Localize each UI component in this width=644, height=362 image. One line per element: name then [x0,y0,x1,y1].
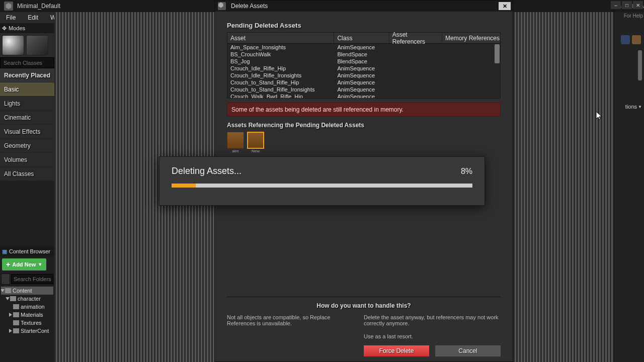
scrollbar-thumb[interactable] [638,50,642,80]
filter-icon[interactable] [1,274,10,285]
cell-asset: Aim_Space_Ironsights [227,44,334,51]
folder-label: animation [21,304,45,310]
help-hint: For Help [624,13,643,19]
pending-deleted-title: Pending Deleted Assets [227,22,501,29]
folder-startercontent[interactable]: StarterCont [1,327,53,335]
thumb-label: aim [227,149,244,153]
chevron-down-icon: ▼ [638,105,642,109]
add-new-button[interactable]: + Add New ▼ [2,258,46,270]
cell-asset: BS_CrouchWalk [227,51,334,58]
cell-memrefs [442,79,500,86]
thumb-label: New [247,149,264,153]
cell-class: AnimSequence [334,79,389,86]
replace-unavailable-text: Not all objects are compatible, so Repla… [227,314,354,356]
dialog-titlebar[interactable]: Delete Assets ✕ [215,1,513,12]
progress-bar [172,184,472,188]
dialog-close-button[interactable]: ✕ [499,2,511,10]
cat-recently-placed[interactable]: Recently Placed [0,68,54,82]
asset-thumbnail[interactable] [247,132,264,149]
folder-icon [13,320,19,325]
col-asset[interactable]: Asset [227,33,334,43]
col-memory-references[interactable]: Memory References [442,33,500,43]
scrollbar-thumb[interactable] [495,44,500,63]
force-delete-button[interactable]: Force Delete [364,345,429,356]
chevron-right-icon [9,313,12,317]
plus-icon: + [6,260,10,268]
modes-toolbar [0,33,54,57]
folder-materials[interactable]: Materials [1,311,53,319]
cell-class: AnimSequence [334,86,389,93]
folder-icon [13,312,19,317]
close-button[interactable]: ✕ [633,1,643,9]
search-classes-input[interactable] [0,57,54,68]
cat-lights[interactable]: Lights [0,97,54,111]
content-browser-panel: ▦Content Browser + Add New ▼ Content cha… [0,246,54,362]
content-browser-header[interactable]: ▦Content Browser [0,246,54,256]
cell-refs [389,72,442,79]
cat-cinematic[interactable]: Cinematic [0,111,54,125]
cat-geometry[interactable]: Geometry [0,139,54,153]
cell-class: BlendSpace [334,58,389,65]
handle-question: How do you want to handle this? [227,302,501,309]
folder-label: Materials [21,312,43,318]
pending-assets-table: Asset Class Asset Referencers Memory Ref… [227,32,501,99]
tool-icon[interactable] [621,35,630,44]
cell-asset: Crouch_Idle_Rifle_Ironsights [227,72,334,79]
cell-refs [389,93,442,98]
cell-asset: Crouch_to_Stand_Rifle_Ironsights [227,86,334,93]
referencing-thumbnails: aim New [227,132,501,153]
options-dropdown[interactable]: tions▼ [625,104,642,110]
maximize-button[interactable]: □ [622,1,632,9]
table-row[interactable]: Crouch_to_Stand_Rifle_IronsightsAnimSequ… [227,86,500,93]
cell-memrefs [442,86,500,93]
modes-label: Modes [9,25,25,31]
right-panel: rial_3dMotive – □ ✕ For Help tions▼ [614,0,644,362]
cat-all-classes[interactable]: All Classes [0,167,54,181]
force-delete-explain: Delete the asset anyway, but referencers… [364,314,501,326]
dialog-title: Delete Assets [231,3,268,10]
cat-visual-effects[interactable]: Visual Effects [0,125,54,139]
col-asset-referencers[interactable]: Asset Referencers [389,33,442,43]
folder-character[interactable]: character [1,295,53,303]
table-row[interactable]: BS_CrouchWalkBlendSpace [227,51,500,58]
cell-memrefs [442,58,500,65]
progress-bar-fill [172,184,196,188]
content-browser-title: Content Browser [9,248,50,254]
table-row[interactable]: Aim_Space_IronsightsAnimSequence [227,44,500,51]
cat-volumes[interactable]: Volumes [0,153,54,167]
cell-class: AnimSequence [334,65,389,72]
table-row[interactable]: Crouch_to_Stand_Rifle_HipAnimSequence [227,79,500,86]
cat-basic[interactable]: Basic [0,82,54,97]
asset-thumbnail[interactable] [227,132,244,149]
folder-tree: Content character animation Materials Te… [0,286,54,336]
handle-section: How do you want to handle this? Not all … [227,297,501,356]
cell-memrefs [442,72,500,79]
tool-icon[interactable] [632,35,641,44]
mode-paint-icon[interactable] [26,35,48,55]
table-row[interactable]: Crouch_Idle_Rifle_IronsightsAnimSequence [227,72,500,79]
cell-memrefs [442,65,500,72]
cell-refs [389,65,442,72]
table-row[interactable]: BS_JogBlendSpace [227,58,500,65]
folder-animation[interactable]: animation [1,303,53,311]
table-row[interactable]: Crouch_Idle_Rifle_HipAnimSequence [227,65,500,72]
modes-header[interactable]: ✥Modes [0,23,54,33]
cell-memrefs [442,93,500,98]
mode-place-icon[interactable] [2,35,24,55]
folder-label: character [18,296,41,302]
referencing-assets-title: Assets Referencing the Pending Deleted A… [227,122,501,129]
memory-reference-warning: Some of the assets being deleted are sti… [227,103,501,117]
cell-asset: Crouch_to_Stand_Rifle_Hip [227,79,334,86]
folder-content[interactable]: Content [1,287,53,295]
search-folders-input[interactable] [11,274,53,284]
menu-file[interactable]: File [0,12,22,23]
folder-textures[interactable]: Textures [1,319,53,327]
table-body[interactable]: Aim_Space_IronsightsAnimSequenceBS_Crouc… [227,44,500,98]
menu-edit[interactable]: Edit [22,12,44,23]
table-row[interactable]: Crouch_Walk_Bwd_Rifle_HipAnimSequence [227,93,500,98]
table-header: Asset Class Asset Referencers Memory Ref… [227,33,500,44]
minimize-button[interactable]: – [611,1,621,9]
col-class[interactable]: Class [334,33,389,43]
cancel-button[interactable]: Cancel [435,345,501,356]
chevron-down-icon [6,297,10,300]
